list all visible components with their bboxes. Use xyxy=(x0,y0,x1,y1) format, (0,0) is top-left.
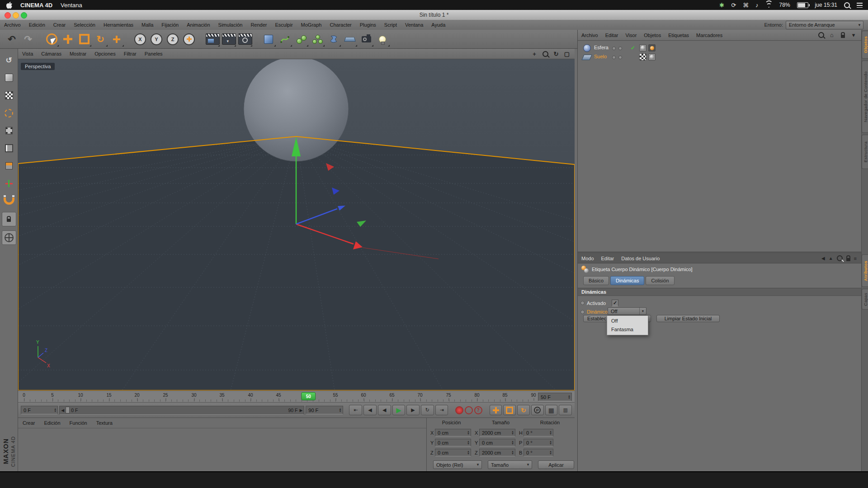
os-menu-ventana[interactable]: Ventana xyxy=(61,2,82,9)
key-parameter-toggle[interactable]: P xyxy=(531,405,544,415)
phong-tag-icon[interactable] xyxy=(648,53,656,61)
redo-button[interactable]: ↷ xyxy=(20,31,36,47)
key-position-toggle[interactable] xyxy=(490,405,502,415)
coord-system-button[interactable] xyxy=(181,31,197,47)
live-selection-tool[interactable] xyxy=(43,31,60,47)
om-menu-objetos[interactable]: Objetos xyxy=(640,33,665,38)
menu-script[interactable]: Script xyxy=(380,22,401,28)
dinamico-dropdown[interactable]: Off ▼ xyxy=(608,307,646,315)
menu-archivo[interactable]: Archivo xyxy=(0,22,25,28)
vp-menu-opciones[interactable]: Opciones xyxy=(90,51,119,56)
last-used-tool[interactable] xyxy=(108,31,125,47)
timeline-ruler[interactable]: 0 5 10 15 20 25 30 35 40 45 50 55 60 65 … xyxy=(18,390,575,402)
add-primitive-button[interactable] xyxy=(260,31,277,47)
menubar-clock[interactable]: jue 15:31 xyxy=(815,2,837,8)
tab-colision[interactable]: Colisión xyxy=(646,276,674,285)
om-menu-archivo[interactable]: Archivo xyxy=(578,33,602,38)
workplane-mode-button[interactable] xyxy=(2,106,16,120)
menu-edicion[interactable]: Edición xyxy=(25,22,49,28)
attr-menu-editar[interactable]: Editar xyxy=(598,256,618,261)
sphere-object-icon[interactable] xyxy=(583,44,591,52)
om-search-icon[interactable] xyxy=(817,31,825,39)
end-frame-field[interactable]: 90 F ▲▼ xyxy=(306,406,343,414)
menu-simulacion[interactable]: Simulación xyxy=(214,22,247,28)
loop-mode-button[interactable]: ↻ xyxy=(421,405,434,415)
timeline-range-slider[interactable]: ◀ 0 F 90 F ▶ xyxy=(59,406,304,415)
vp-menu-mostrar[interactable]: Mostrar xyxy=(66,51,90,56)
om-home-icon[interactable]: ⌂ xyxy=(828,31,836,39)
add-generator-button[interactable] xyxy=(293,31,309,47)
dynamics-tag-icon[interactable] xyxy=(648,44,656,52)
menu-seleccion[interactable]: Selección xyxy=(70,22,99,28)
side-tab-navegador[interactable]: Navegador de Contenido xyxy=(862,61,868,133)
battery-icon[interactable] xyxy=(797,2,808,8)
menu-fijacion[interactable]: Fijación xyxy=(157,22,183,28)
object-row-suelo[interactable]: Suelo xyxy=(578,52,854,61)
slider-handle[interactable] xyxy=(66,407,70,413)
input-menu-icon[interactable]: ⌘ xyxy=(743,2,749,9)
mm-menu-textura[interactable]: Textura xyxy=(92,420,117,426)
om-menu-marcadores[interactable]: Marcadores xyxy=(693,33,726,38)
om-panel-menu-icon[interactable]: ▾ xyxy=(849,31,858,39)
prev-frame-button[interactable]: ◀ xyxy=(378,405,391,415)
om-menu-etiquetas[interactable]: Etiquetas xyxy=(665,33,693,38)
stepper-icon[interactable]: ▲▼ xyxy=(338,408,342,413)
vp-menu-camaras[interactable]: Cámaras xyxy=(37,51,66,56)
om-menu-editar[interactable]: Editar xyxy=(602,33,622,38)
dropdown-option-fantasma[interactable]: Fantasma xyxy=(607,325,648,334)
play-button[interactable]: ▶ xyxy=(392,405,406,415)
attr-menu-datos[interactable]: Datos de Usuario xyxy=(618,256,663,261)
attr-lock-icon[interactable] xyxy=(846,258,850,261)
object-row-esfera[interactable]: Esfera ✓ xyxy=(578,43,854,52)
key-pla-toggle[interactable]: ▦ xyxy=(545,405,558,415)
autokey-button[interactable] xyxy=(465,406,473,414)
rotate-tool[interactable]: ↻ xyxy=(92,31,108,47)
side-tab-estructura[interactable]: Estructura xyxy=(862,135,868,169)
viewport-maximize-icon[interactable]: ▢ xyxy=(563,50,571,58)
section-header[interactable]: Dinámicas xyxy=(578,288,861,296)
attr-back-icon[interactable]: ◀ xyxy=(821,256,825,261)
volume-icon[interactable]: ♪ xyxy=(755,2,759,9)
position-x-field[interactable]: 0 cm▲▼ xyxy=(435,429,471,436)
model-mode-button[interactable] xyxy=(2,71,16,84)
object-name[interactable]: Suelo xyxy=(594,54,607,59)
menu-herramientas[interactable]: Herramientas xyxy=(99,22,137,28)
goto-start-button[interactable]: ⇤ xyxy=(349,405,362,415)
edges-mode-button[interactable] xyxy=(2,141,16,155)
slider-left-arrow-icon[interactable]: ◀ xyxy=(61,408,64,413)
position-y-field[interactable]: 0 cm▲▼ xyxy=(435,439,471,446)
key-scale-toggle[interactable] xyxy=(503,405,516,415)
rotation-p-field[interactable]: 0 °▲▼ xyxy=(524,439,553,446)
anim-dot-icon[interactable] xyxy=(580,301,585,305)
view-label[interactable]: Perspectiva xyxy=(21,63,55,70)
compositing-tag-icon[interactable] xyxy=(639,53,646,61)
status-leaf-icon[interactable]: ✱ xyxy=(719,2,724,9)
rotation-b-field[interactable]: 0 °▲▼ xyxy=(524,449,553,456)
lock-y-button[interactable]: Y xyxy=(148,31,165,47)
stepper-icon[interactable]: ▲▼ xyxy=(566,395,571,399)
add-environment-button[interactable] xyxy=(342,31,358,47)
key-rotation-toggle[interactable]: ↻ xyxy=(517,405,530,415)
window-titlebar[interactable]: Sin título 1 * xyxy=(0,10,868,20)
render-visibility-dot[interactable] xyxy=(618,47,622,50)
attr-menu-modo[interactable]: Modo xyxy=(578,256,598,261)
render-view-button[interactable] xyxy=(204,31,221,47)
timemachine-icon[interactable]: ⟳ xyxy=(731,2,736,9)
max-frame-field[interactable]: 50 F ▲▼ xyxy=(538,393,572,401)
texture-mode-button[interactable] xyxy=(2,89,16,102)
render-to-picture-viewer-button[interactable]: ▾ xyxy=(221,31,237,47)
coord-mode-dropdown[interactable]: Objeto (Rel)▼ xyxy=(433,460,482,469)
points-mode-button[interactable] xyxy=(2,124,16,137)
scale-tool[interactable] xyxy=(76,31,92,47)
om-menu-visor[interactable]: Visor xyxy=(622,33,640,38)
add-spline-button[interactable] xyxy=(277,31,293,47)
menu-malla[interactable]: Malla xyxy=(137,22,157,28)
size-y-field[interactable]: 0 cm▲▼ xyxy=(479,439,515,446)
os-app-name[interactable]: CINEMA 4D xyxy=(20,2,52,9)
menu-mograph[interactable]: MoGraph xyxy=(297,22,326,28)
editor-visibility-dot[interactable] xyxy=(612,47,616,50)
snap-button[interactable] xyxy=(2,194,16,208)
goto-end-button[interactable]: ⇥ xyxy=(435,405,448,415)
object-name[interactable]: Esfera xyxy=(594,45,609,50)
menu-crear[interactable]: Crear xyxy=(49,22,70,28)
